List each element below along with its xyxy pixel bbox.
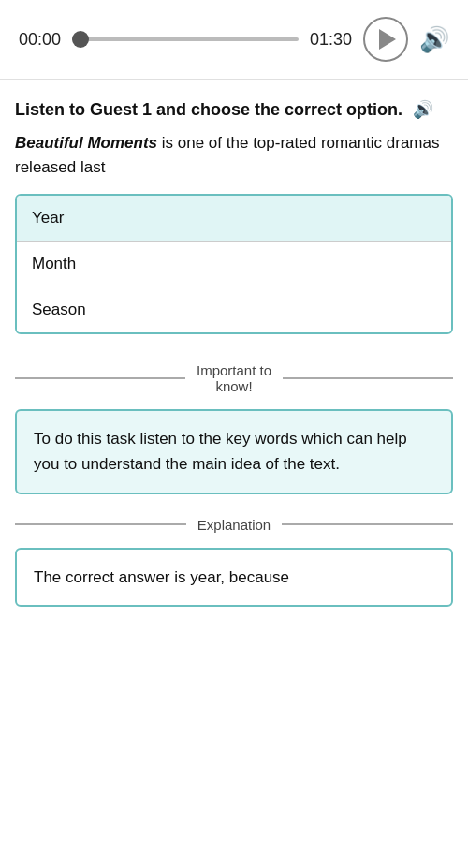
- volume-button[interactable]: 🔊: [419, 25, 449, 54]
- important-label: Important toknow!: [197, 362, 271, 394]
- instruction: Listen to Guest 1 and choose the correct…: [15, 98, 453, 122]
- explanation-line-left: [15, 523, 186, 525]
- option-season[interactable]: Season: [17, 287, 451, 332]
- explanation-box: The correct answer is year, because: [15, 548, 453, 607]
- important-box: To do this task listen to the key words …: [15, 409, 453, 493]
- play-icon: [379, 29, 396, 50]
- option-month-label: Month: [32, 255, 76, 272]
- option-year-label: Year: [32, 209, 64, 227]
- passage-title: Beautiful Moments: [15, 134, 157, 152]
- volume-icon: 🔊: [419, 25, 449, 54]
- option-month[interactable]: Month: [17, 242, 451, 287]
- slider-thumb[interactable]: [72, 31, 89, 48]
- option-year[interactable]: Year: [17, 196, 451, 242]
- passage: Beautiful Moments is one of the top-rate…: [15, 131, 453, 179]
- divider-line-left: [15, 377, 185, 379]
- play-button[interactable]: [363, 17, 408, 62]
- inline-audio-icon: 🔊: [413, 98, 433, 122]
- instruction-audio-inline[interactable]: 🔊: [413, 98, 433, 122]
- content-area: Listen to Guest 1 and choose the correct…: [0, 80, 468, 607]
- divider-line-right: [283, 377, 453, 379]
- explanation-text: The correct answer is year, because: [34, 568, 289, 586]
- option-season-label: Season: [32, 301, 86, 318]
- important-divider: Important toknow!: [15, 362, 453, 394]
- audio-time-start: 00:00: [19, 30, 61, 50]
- audio-player: 00:00 01:30 🔊: [0, 0, 468, 80]
- explanation-line-right: [282, 523, 453, 525]
- audio-time-end: 01:30: [310, 30, 352, 50]
- important-text: To do this task listen to the key words …: [34, 430, 407, 473]
- explanation-label: Explanation: [197, 517, 271, 533]
- instruction-text: Listen to Guest 1 and choose the correct…: [15, 100, 402, 119]
- explanation-divider: Explanation: [15, 517, 453, 533]
- options-list: Year Month Season: [15, 194, 453, 334]
- slider-track: [72, 37, 299, 41]
- audio-seek-slider[interactable]: [72, 37, 299, 41]
